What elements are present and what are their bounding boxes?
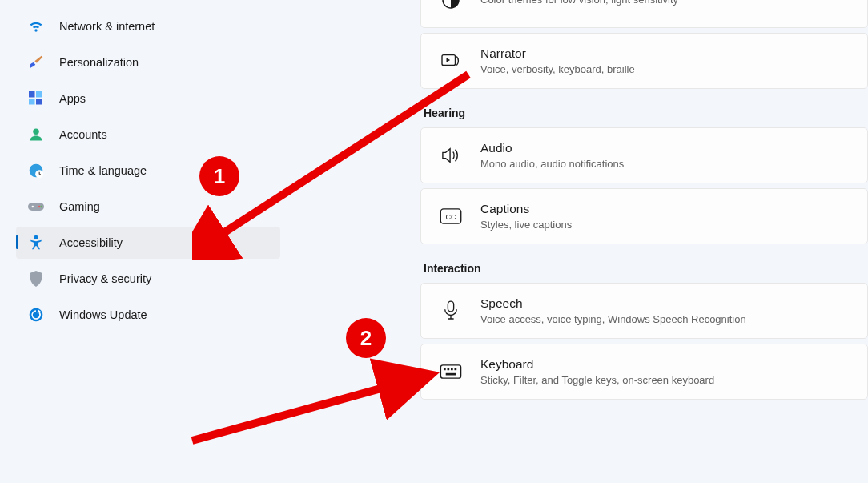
update-icon xyxy=(27,306,45,324)
narrator-icon xyxy=(439,49,463,73)
card-subtitle: Voice, verbosity, keyboard, braille xyxy=(480,62,635,77)
card-captions[interactable]: CC Captions Styles, live captions xyxy=(420,188,868,244)
sidebar-item-apps[interactable]: Apps xyxy=(16,83,280,115)
svg-point-10 xyxy=(40,206,42,208)
sidebar-item-label: Gaming xyxy=(59,200,100,213)
sidebar-item-label: Time & language xyxy=(59,164,147,177)
card-subtitle: Styles, live captions xyxy=(480,218,572,232)
sidebar-item-label: Accessibility xyxy=(59,236,123,249)
interaction-section-header: Interaction xyxy=(424,262,868,275)
sidebar-item-label: Privacy & security xyxy=(59,272,151,285)
sidebar-item-accessibility[interactable]: Accessibility xyxy=(16,227,280,259)
svg-rect-18 xyxy=(440,365,460,378)
sidebar: Network & internet Personalization Apps … xyxy=(0,0,296,483)
svg-rect-21 xyxy=(451,368,453,371)
microphone-icon xyxy=(439,299,463,323)
svg-rect-3 xyxy=(36,99,42,105)
sidebar-item-privacy-security[interactable]: Privacy & security xyxy=(16,263,280,295)
gamepad-icon xyxy=(27,198,45,215)
main-content: Contrast themes Color themes for low vis… xyxy=(420,0,868,483)
sidebar-item-label: Windows Update xyxy=(59,308,147,321)
svg-point-11 xyxy=(34,235,38,239)
card-speech[interactable]: Speech Voice access, voice typing, Windo… xyxy=(420,283,868,339)
card-subtitle: Color themes for low vision, light sensi… xyxy=(480,0,678,7)
svg-point-8 xyxy=(32,206,34,208)
sidebar-item-gaming[interactable]: Gaming xyxy=(16,191,280,223)
annotation-number: 1 xyxy=(214,164,225,189)
wifi-icon xyxy=(27,18,45,35)
svg-rect-17 xyxy=(448,301,453,312)
paintbrush-icon xyxy=(27,54,45,71)
sidebar-item-label: Network & internet xyxy=(59,20,155,33)
card-narrator[interactable]: Narrator Voice, verbosity, keyboard, bra… xyxy=(420,33,868,89)
card-title: Speech xyxy=(480,296,746,312)
card-title: Captions xyxy=(480,201,572,218)
svg-text:CC: CC xyxy=(445,213,456,221)
captions-icon: CC xyxy=(439,204,463,228)
svg-rect-2 xyxy=(29,99,35,105)
card-subtitle: Mono audio, audio notifications xyxy=(480,157,624,171)
shield-icon xyxy=(27,270,45,288)
sidebar-item-label: Apps xyxy=(59,92,86,105)
sidebar-item-label: Accounts xyxy=(59,128,107,141)
card-keyboard[interactable]: Keyboard Sticky, Filter, and Toggle keys… xyxy=(420,344,868,400)
card-audio[interactable]: Audio Mono audio, audio notifications xyxy=(420,127,868,183)
svg-rect-0 xyxy=(29,91,35,98)
accessibility-person-icon xyxy=(27,234,45,252)
svg-point-4 xyxy=(33,129,39,135)
sidebar-item-windows-update[interactable]: Windows Update xyxy=(16,299,280,331)
svg-rect-23 xyxy=(446,373,456,376)
svg-rect-22 xyxy=(455,368,457,371)
card-title: Audio xyxy=(480,140,624,157)
sidebar-item-label: Personalization xyxy=(59,56,139,69)
sidebar-item-network[interactable]: Network & internet xyxy=(16,10,280,42)
sidebar-item-accounts[interactable]: Accounts xyxy=(16,119,280,151)
contrast-icon xyxy=(439,0,463,12)
sidebar-item-personalization[interactable]: Personalization xyxy=(16,46,280,78)
card-title: Keyboard xyxy=(480,356,714,373)
svg-rect-20 xyxy=(448,368,450,371)
person-icon xyxy=(27,126,45,143)
annotation-circle-2: 2 xyxy=(346,318,386,358)
sidebar-item-time-language[interactable]: Time & language xyxy=(16,155,280,187)
hearing-section-header: Hearing xyxy=(424,107,868,119)
annotation-number: 2 xyxy=(360,326,372,351)
svg-point-9 xyxy=(38,206,41,208)
card-subtitle: Voice access, voice typing, Windows Spee… xyxy=(480,312,746,327)
card-contrast-themes[interactable]: Contrast themes Color themes for low vis… xyxy=(420,0,868,28)
apps-icon xyxy=(27,90,45,107)
svg-rect-1 xyxy=(36,91,42,98)
card-subtitle: Sticky, Filter, and Toggle keys, on-scre… xyxy=(480,373,714,388)
keyboard-icon xyxy=(439,360,463,384)
audio-icon xyxy=(439,143,463,167)
globe-clock-icon xyxy=(27,162,45,179)
svg-rect-19 xyxy=(444,368,446,371)
card-title: Narrator xyxy=(480,46,635,62)
annotation-circle-1: 1 xyxy=(199,156,239,196)
